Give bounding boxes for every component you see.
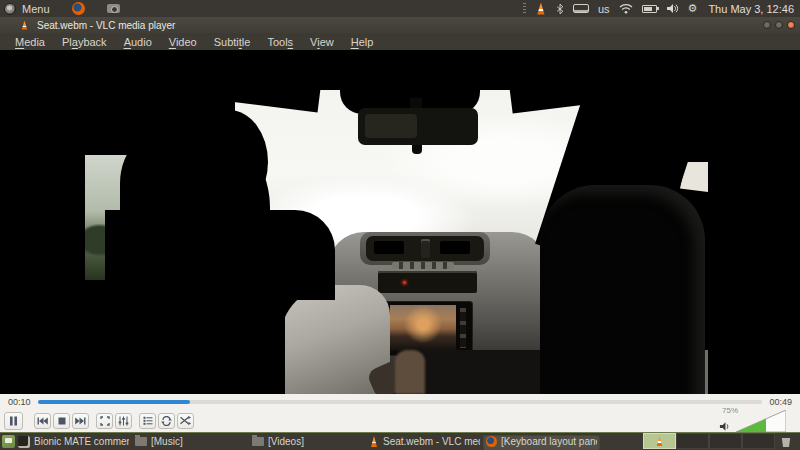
desktop: Menu us ⚙ Thu May 3, 12:46 — [0, 0, 800, 450]
session-gear-icon[interactable]: ⚙ — [688, 3, 698, 14]
video-area[interactable] — [0, 50, 800, 394]
t: ew — [320, 36, 334, 48]
mirror-mount — [412, 145, 422, 154]
keyboard-indicator-icon[interactable] — [573, 4, 589, 13]
vlc-titlebar[interactable]: Seat.webm - VLC media player — [0, 17, 800, 33]
vlc-window-icon — [20, 21, 29, 30]
center-console — [415, 350, 550, 394]
task-label: Bionic MATE comment... — [34, 436, 129, 447]
next-button[interactable] — [72, 413, 89, 429]
menu-tools[interactable]: Tools — [260, 35, 300, 49]
equalizer-icon — [118, 416, 129, 426]
vlc-tray-icon[interactable] — [535, 3, 547, 15]
t: Subti — [214, 36, 239, 48]
menu-media[interactable]: Media — [8, 35, 52, 49]
menu-video[interactable]: Video — [162, 35, 204, 49]
firefox-icon — [486, 436, 497, 447]
battery-icon[interactable] — [642, 5, 657, 13]
passenger-headrest — [540, 185, 705, 394]
mirror-reflection — [365, 114, 417, 138]
minimize-button[interactable] — [763, 21, 771, 29]
t: s — [288, 36, 294, 48]
driver-hand — [395, 350, 425, 394]
shuffle-button[interactable] — [177, 413, 194, 429]
taskbar-item-videos[interactable]: [Videos] — [249, 434, 366, 450]
system-tray: us ⚙ Thu May 3, 12:46 — [523, 3, 800, 15]
menu-button[interactable]: Menu — [22, 3, 50, 15]
window-buttons — [763, 21, 800, 29]
menu-view[interactable]: View — [303, 35, 341, 49]
t: A — [124, 36, 131, 48]
menu-subtitle[interactable]: Subtitle — [207, 35, 258, 49]
shuffle-icon — [180, 416, 191, 425]
vlc-icon — [369, 436, 379, 447]
volume-tray-icon[interactable] — [666, 3, 679, 14]
radio-button-row — [392, 262, 454, 269]
task-label: [Videos] — [268, 436, 304, 447]
fullscreen-icon — [100, 416, 110, 426]
taskbar-item-vlc[interactable]: Seat.webm - VLC medi... — [366, 434, 483, 450]
duration-time: 00:49 — [769, 397, 792, 407]
t: elp — [359, 36, 374, 48]
air-vent-right — [440, 241, 470, 254]
task-label: [Keyboard layout pane... — [501, 436, 597, 447]
pause-button[interactable] — [4, 412, 23, 430]
screenshot-tool-icon[interactable] — [107, 4, 120, 13]
t: edia — [24, 36, 45, 48]
air-vent-left — [374, 241, 404, 254]
maximize-button[interactable] — [775, 21, 783, 29]
stop-icon — [58, 417, 66, 425]
taskbar-item-keyboard-layout[interactable]: [Keyboard layout pane... — [483, 434, 600, 450]
clock[interactable]: Thu May 3, 12:46 — [708, 3, 794, 15]
loop-icon — [161, 416, 172, 426]
t: Pl — [62, 36, 72, 48]
volume-slider[interactable] — [736, 410, 786, 432]
menu-help[interactable]: Help — [344, 35, 381, 49]
t: le — [242, 36, 251, 48]
radio-unit — [378, 271, 477, 293]
close-button[interactable] — [787, 21, 795, 29]
keyboard-layout-label[interactable]: us — [598, 3, 610, 15]
t: ideo — [176, 36, 197, 48]
workspace-1[interactable] — [643, 433, 676, 449]
t: H — [351, 36, 359, 48]
menu-audio[interactable]: Audio — [117, 35, 159, 49]
fullscreen-button[interactable] — [96, 413, 113, 429]
workspace-3[interactable] — [709, 433, 742, 449]
show-desktop-button[interactable] — [2, 435, 15, 448]
nav-screen-buttons — [460, 308, 466, 348]
t: yback — [78, 36, 107, 48]
workspace-2[interactable] — [676, 433, 709, 449]
menu-playback[interactable]: Playback — [55, 35, 114, 49]
previous-button[interactable] — [34, 413, 51, 429]
vlc-menubar: Media Playback Audio Video Subtitle Tool… — [0, 33, 800, 50]
workspace-4[interactable] — [742, 433, 775, 449]
stop-button[interactable] — [53, 413, 70, 429]
seek-bar[interactable] — [38, 400, 763, 404]
tray-grip-handle[interactable] — [523, 3, 526, 14]
video-frame — [85, 50, 710, 394]
next-icon — [75, 417, 86, 425]
seek-row: 00:10 00:49 — [0, 394, 800, 409]
trash-icon[interactable] — [781, 436, 791, 447]
mate-menu-icon[interactable] — [4, 3, 16, 15]
folder-icon — [135, 437, 147, 446]
extended-settings-button[interactable] — [115, 413, 132, 429]
firefox-launcher-icon[interactable] — [72, 2, 85, 15]
hazard-button — [421, 239, 430, 258]
nav-screen — [390, 305, 456, 351]
taskbar-item-bionic-mate[interactable]: Bionic MATE comment... — [15, 434, 132, 450]
window-title: Seat.webm - VLC media player — [37, 20, 175, 31]
loop-button[interactable] — [158, 413, 175, 429]
taskbar-item-music[interactable]: [Music] — [132, 434, 249, 450]
task-label: Seat.webm - VLC medi... — [383, 436, 480, 447]
wifi-icon[interactable] — [619, 3, 633, 14]
driver-head-silhouette — [190, 110, 268, 214]
text-editor-icon — [18, 436, 30, 448]
elapsed-time: 00:10 — [8, 397, 31, 407]
t: udio — [131, 36, 152, 48]
playlist-button[interactable] — [139, 413, 156, 429]
bluetooth-icon[interactable] — [556, 3, 564, 15]
volume-speaker-icon[interactable] — [719, 421, 731, 432]
previous-icon — [37, 417, 48, 425]
